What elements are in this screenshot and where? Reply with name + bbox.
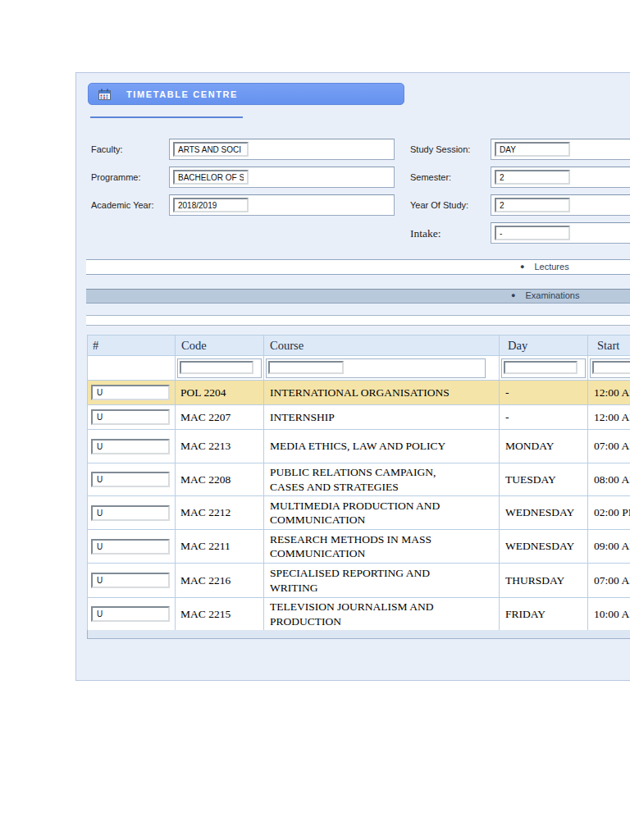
study-session-label: Study Session:	[410, 144, 470, 154]
cell-course: MULTIMEDIA PRODUCTION AND COMMUNICATION	[264, 497, 461, 529]
cell-day: FRIDAY	[500, 598, 588, 631]
table-row: MAC 2212 MULTIMEDIA PRODUCTION AND COMMU…	[88, 496, 630, 530]
day-filter-box	[501, 358, 586, 378]
column-header-day: Day	[500, 336, 588, 356]
table-row: MAC 2215 TELEVISION JOURNALISM AND PRODU…	[88, 598, 630, 631]
intake-label: Intake:	[410, 227, 441, 240]
table-header-row: # Code Course Day Start	[88, 336, 630, 356]
page-title: TIMETABLE CENTRE	[126, 89, 238, 99]
cell-code: MAC 2208	[176, 463, 264, 496]
cell-code: MAC 2216	[176, 564, 264, 598]
cell-code: MAC 2211	[176, 530, 264, 564]
year-of-study-field	[491, 194, 630, 216]
cell-day: MONDAY	[500, 430, 588, 463]
row-action-input[interactable]	[91, 606, 170, 622]
row-action-input[interactable]	[91, 539, 170, 555]
examinations-section-label[interactable]: ● Examinations	[511, 290, 579, 300]
bullet-icon: ●	[520, 263, 524, 271]
column-header-course: Course	[264, 336, 500, 356]
panel-title-bar: TIMETABLE CENTRE	[88, 83, 404, 105]
code-filter-box	[177, 358, 262, 378]
row-action-input[interactable]	[91, 409, 170, 425]
cell-code: MAC 2212	[176, 496, 264, 530]
cell-code: MAC 2207	[176, 405, 264, 430]
year-of-study-label: Year Of Study:	[410, 200, 468, 210]
cell-start: 12:00 AM	[588, 405, 630, 430]
semester-label: Semester:	[410, 172, 451, 182]
row-action-input[interactable]	[91, 472, 170, 487]
cell-code: POL 2204	[176, 381, 264, 405]
courses-table: # Code Course Day Start POL 2204 INTERNA…	[87, 335, 630, 631]
cell-day: -	[500, 405, 588, 430]
intake-input[interactable]	[495, 226, 570, 240]
cell-day: THURSDAY	[500, 564, 588, 598]
cell-start: 10:00 AM	[588, 598, 630, 631]
empty-section-bar	[86, 315, 630, 326]
study-session-input[interactable]	[495, 142, 570, 157]
table-row: MAC 2207 INTERNSHIP - 12:00 AM	[88, 405, 630, 430]
cell-day: WEDNESDAY	[500, 496, 588, 530]
course-filter-box	[266, 358, 486, 378]
calendar-icon	[98, 89, 111, 100]
semester-field	[491, 167, 630, 188]
lectures-section-bar[interactable]: ● Lectures	[86, 259, 630, 275]
table-row: MAC 2216 SPECIALISED REPORTING AND WRITI…	[88, 564, 630, 598]
table-filter-row	[88, 356, 630, 381]
column-header-code: Code	[176, 336, 264, 356]
cell-code: MAC 2215	[176, 598, 264, 631]
cell-course: MEDIA ETHICS, LAW AND POLICY	[264, 437, 461, 454]
cell-day: WEDNESDAY	[500, 530, 588, 564]
cell-course: INTERNSHIP	[264, 409, 461, 426]
cell-course: TELEVISION JOURNALISM AND PRODUCTION	[264, 598, 461, 630]
lectures-section-label[interactable]: ● Lectures	[520, 262, 569, 272]
table-row: MAC 2213 MEDIA ETHICS, LAW AND POLICY MO…	[88, 430, 630, 463]
table-row: MAC 2211 RESEARCH METHODS IN MASS COMMUN…	[88, 530, 630, 564]
semester-input[interactable]	[495, 170, 570, 185]
row-action-input[interactable]	[91, 385, 170, 400]
cell-day: TUESDAY	[500, 463, 588, 496]
start-filter-box	[590, 358, 630, 378]
column-header-number: #	[88, 336, 176, 356]
cell-course: SPECIALISED REPORTING AND WRITING	[264, 564, 461, 596]
day-filter-input[interactable]	[504, 361, 578, 374]
table-footer-strip	[87, 630, 630, 639]
cell-start: 09:00 AM	[588, 530, 630, 564]
cell-start: 12:00 AM	[588, 381, 630, 405]
cell-course: INTERNATIONAL ORGANISATIONS	[264, 384, 461, 401]
timetable-centre-panel: TIMETABLE CENTRE Faculty: Programme: Aca…	[75, 72, 630, 681]
cell-start: 02:00 PM	[588, 496, 630, 530]
row-action-input[interactable]	[91, 505, 170, 521]
cell-start: 07:00 AM	[588, 564, 630, 598]
row-action-input[interactable]	[91, 573, 170, 588]
cell-start: 08:00 AM	[588, 463, 630, 496]
column-header-start: Start	[588, 336, 630, 356]
examinations-section-bar[interactable]: ● Examinations	[86, 289, 630, 304]
row-action-input[interactable]	[91, 439, 170, 454]
code-filter-input[interactable]	[180, 361, 253, 374]
title-underline	[90, 116, 243, 118]
year-of-study-input[interactable]	[495, 198, 570, 212]
bullet-icon: ●	[511, 292, 515, 299]
study-session-field	[491, 139, 630, 160]
cell-course: PUBLIC RELATIONS CAMPAIGN, CASES AND STR…	[264, 463, 461, 495]
table-row: MAC 2208 PUBLIC RELATIONS CAMPAIGN, CASE…	[88, 463, 630, 496]
cell-code: MAC 2213	[176, 430, 264, 463]
number-filter-cell	[88, 356, 176, 381]
table-row: POL 2204 INTERNATIONAL ORGANISATIONS - 1…	[88, 381, 630, 405]
start-filter-input[interactable]	[592, 361, 630, 374]
cell-day: -	[500, 381, 588, 405]
cell-course: RESEARCH METHODS IN MASS COMMUNICATION	[264, 531, 461, 563]
cell-start: 07:00 AM	[588, 430, 630, 463]
intake-field	[491, 222, 630, 244]
course-filter-input[interactable]	[268, 361, 344, 374]
